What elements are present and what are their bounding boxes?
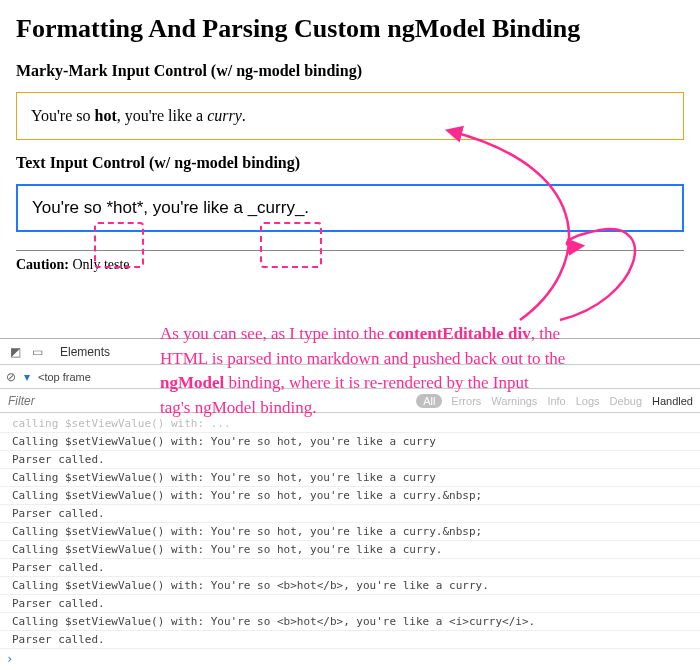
text-input-value: You're so *hot*, you're like a _curry_. <box>32 198 309 217</box>
console-line: Calling $setViewValue() with: You're so … <box>0 541 700 559</box>
section1-heading: Marky-Mark Input Control (w/ ng-model bi… <box>16 62 684 80</box>
console-filter-input[interactable] <box>6 393 116 409</box>
annot-frag: As you can see, as I type into the <box>160 324 389 343</box>
frame-selector[interactable]: <top frame <box>38 371 91 383</box>
annot-frag: contentEditable div <box>389 324 531 343</box>
caution-line: Caution: Only teste <box>16 257 684 273</box>
console-line: Calling $setViewValue() with: You're so … <box>0 523 700 541</box>
text-fragment: You're so <box>31 107 95 124</box>
annot-frag: , the <box>531 324 560 343</box>
console-line: Calling $setViewValue() with: You're so … <box>0 433 700 451</box>
annot-frag: binding, where it is re-rendered by the … <box>224 373 529 392</box>
device-icon[interactable]: ▭ <box>26 345 48 359</box>
contenteditable-input[interactable]: You're so hot, you're like a curry. <box>16 92 684 140</box>
console-line: Parser called. <box>0 451 700 469</box>
text-fragment: . <box>242 107 246 124</box>
annot-frag: ngModel <box>160 373 224 392</box>
console-line: Calling $setViewValue() with: You're so … <box>0 469 700 487</box>
divider <box>16 250 684 251</box>
text-input[interactable]: You're so *hot*, you're like a _curry_. <box>16 184 684 232</box>
annot-frag: HTML is parsed into markdown and pushed … <box>160 349 565 368</box>
italic-fragment: curry <box>207 107 242 124</box>
page-title: Formatting And Parsing Custom ngModel Bi… <box>16 14 684 44</box>
annot-frag: tag's ngModel binding. <box>160 398 317 417</box>
caution-label: Caution: <box>16 257 69 272</box>
console-line: Parser called. <box>0 595 700 613</box>
tab-elements[interactable]: Elements <box>48 345 122 359</box>
annotation-text: As you can see, as I type into the conte… <box>160 322 670 421</box>
console-output: calling $setViewValue() with: ... Callin… <box>0 413 700 649</box>
filter-icon[interactable]: ▾ <box>24 370 30 384</box>
console-line: Calling $setViewValue() with: You're so … <box>0 613 700 631</box>
caution-text: Only teste <box>69 257 130 272</box>
console-line: Parser called. <box>0 559 700 577</box>
console-line: Parser called. <box>0 631 700 649</box>
text-fragment: , you're like a <box>117 107 207 124</box>
console-line: Parser called. <box>0 505 700 523</box>
clear-console-icon[interactable]: ⊘ <box>6 370 16 384</box>
console-line: Calling $setViewValue() with: You're so … <box>0 487 700 505</box>
console-prompt-icon[interactable]: › <box>6 652 13 666</box>
section2-heading: Text Input Control (w/ ng-model binding) <box>16 154 684 172</box>
inspect-icon[interactable]: ◩ <box>4 345 26 359</box>
console-line: Calling $setViewValue() with: You're so … <box>0 577 700 595</box>
bold-fragment: hot <box>95 107 117 124</box>
